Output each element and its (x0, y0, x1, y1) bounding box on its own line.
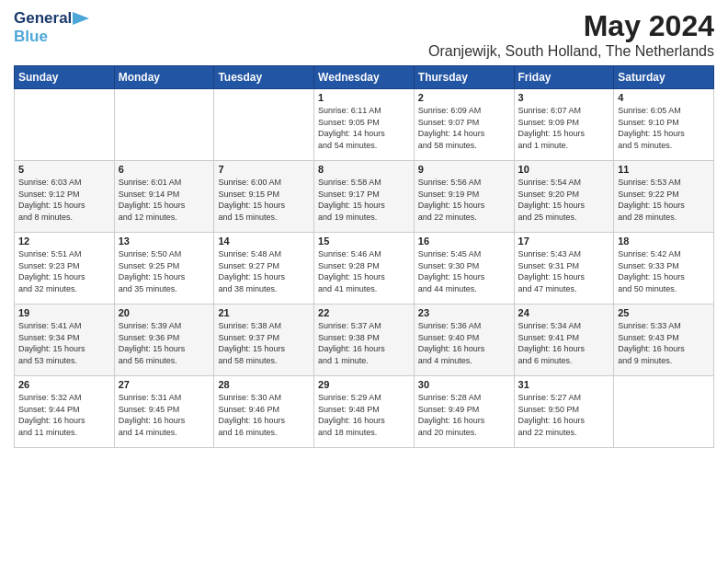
header: General Blue May 2024 Oranjewijk, South … (14, 9, 714, 60)
header-saturday: Saturday (614, 66, 714, 89)
day-info: Sunrise: 6:03 AM Sunset: 9:12 PM Dayligh… (18, 177, 110, 223)
calendar-header-row: Sunday Monday Tuesday Wednesday Thursday… (15, 66, 714, 89)
location-subtitle: Oranjewijk, South Holland, The Netherlan… (428, 43, 714, 60)
day-info: Sunrise: 5:29 AM Sunset: 9:48 PM Dayligh… (318, 392, 410, 438)
calendar-cell: 23Sunrise: 5:36 AM Sunset: 9:40 PM Dayli… (414, 304, 514, 376)
calendar-cell: 19Sunrise: 5:41 AM Sunset: 9:34 PM Dayli… (15, 304, 115, 376)
day-number: 14 (218, 236, 310, 247)
day-info: Sunrise: 5:58 AM Sunset: 9:17 PM Dayligh… (318, 177, 410, 223)
day-number: 17 (518, 236, 610, 247)
calendar-week-row: 19Sunrise: 5:41 AM Sunset: 9:34 PM Dayli… (15, 304, 714, 376)
logo-general-text: General (14, 9, 72, 28)
day-number: 29 (318, 379, 410, 390)
calendar-week-row: 26Sunrise: 5:32 AM Sunset: 9:44 PM Dayli… (15, 376, 714, 448)
day-info: Sunrise: 5:31 AM Sunset: 9:45 PM Dayligh… (119, 392, 210, 438)
calendar-cell: 22Sunrise: 5:37 AM Sunset: 9:38 PM Dayli… (314, 304, 415, 376)
calendar-cell: 25Sunrise: 5:33 AM Sunset: 9:43 PM Dayli… (614, 304, 714, 376)
day-number: 21 (218, 307, 310, 318)
calendar-cell: 28Sunrise: 5:30 AM Sunset: 9:46 PM Dayli… (214, 376, 314, 448)
calendar-cell: 9Sunrise: 5:56 AM Sunset: 9:19 PM Daylig… (414, 161, 514, 233)
header-friday: Friday (514, 66, 614, 89)
day-info: Sunrise: 5:30 AM Sunset: 9:46 PM Dayligh… (218, 392, 310, 438)
header-monday: Monday (114, 66, 214, 89)
page: General Blue May 2024 Oranjewijk, South … (0, 0, 728, 563)
day-info: Sunrise: 5:27 AM Sunset: 9:50 PM Dayligh… (518, 392, 610, 438)
day-info: Sunrise: 5:36 AM Sunset: 9:40 PM Dayligh… (418, 320, 510, 366)
day-number: 20 (119, 307, 210, 318)
day-number: 15 (318, 236, 410, 247)
calendar-cell: 29Sunrise: 5:29 AM Sunset: 9:48 PM Dayli… (314, 376, 415, 448)
logo: General Blue (14, 9, 89, 46)
calendar-cell: 31Sunrise: 5:27 AM Sunset: 9:50 PM Dayli… (514, 376, 614, 448)
calendar-cell (114, 89, 214, 161)
day-info: Sunrise: 5:56 AM Sunset: 9:19 PM Dayligh… (418, 177, 510, 223)
calendar-cell: 13Sunrise: 5:50 AM Sunset: 9:25 PM Dayli… (114, 233, 214, 304)
day-info: Sunrise: 6:01 AM Sunset: 9:14 PM Dayligh… (119, 177, 210, 223)
day-number: 4 (618, 92, 710, 103)
logo-blue-text: Blue (14, 28, 48, 46)
day-number: 26 (18, 379, 110, 390)
calendar-cell: 27Sunrise: 5:31 AM Sunset: 9:45 PM Dayli… (114, 376, 214, 448)
day-info: Sunrise: 6:11 AM Sunset: 9:05 PM Dayligh… (318, 105, 410, 151)
calendar-cell: 6Sunrise: 6:01 AM Sunset: 9:14 PM Daylig… (114, 161, 214, 233)
calendar-cell (214, 89, 314, 161)
calendar-cell (15, 89, 115, 161)
day-info: Sunrise: 5:41 AM Sunset: 9:34 PM Dayligh… (18, 320, 110, 366)
calendar-cell: 30Sunrise: 5:28 AM Sunset: 9:49 PM Dayli… (414, 376, 514, 448)
svg-marker-0 (73, 12, 89, 25)
calendar-cell: 14Sunrise: 5:48 AM Sunset: 9:27 PM Dayli… (214, 233, 314, 304)
calendar-cell: 24Sunrise: 5:34 AM Sunset: 9:41 PM Dayli… (514, 304, 614, 376)
header-tuesday: Tuesday (214, 66, 314, 89)
day-number: 12 (18, 236, 110, 247)
day-number: 18 (618, 236, 710, 247)
day-info: Sunrise: 6:07 AM Sunset: 9:09 PM Dayligh… (518, 105, 610, 151)
day-info: Sunrise: 5:43 AM Sunset: 9:31 PM Dayligh… (518, 248, 610, 294)
header-sunday: Sunday (15, 66, 115, 89)
calendar-cell (614, 376, 714, 448)
day-number: 13 (119, 236, 210, 247)
day-number: 31 (518, 379, 610, 390)
calendar-cell: 18Sunrise: 5:42 AM Sunset: 9:33 PM Dayli… (614, 233, 714, 304)
day-info: Sunrise: 5:45 AM Sunset: 9:30 PM Dayligh… (418, 248, 510, 294)
day-number: 27 (119, 379, 210, 390)
day-info: Sunrise: 6:00 AM Sunset: 9:15 PM Dayligh… (218, 177, 310, 223)
day-number: 16 (418, 236, 510, 247)
calendar-cell: 12Sunrise: 5:51 AM Sunset: 9:23 PM Dayli… (15, 233, 115, 304)
day-number: 30 (418, 379, 510, 390)
header-thursday: Thursday (414, 66, 514, 89)
month-year-title: May 2024 (428, 9, 714, 43)
day-number: 2 (418, 92, 510, 103)
day-number: 24 (518, 307, 610, 318)
day-number: 7 (218, 164, 310, 175)
day-info: Sunrise: 5:50 AM Sunset: 9:25 PM Dayligh… (119, 248, 210, 294)
calendar-cell: 10Sunrise: 5:54 AM Sunset: 9:20 PM Dayli… (514, 161, 614, 233)
day-info: Sunrise: 6:05 AM Sunset: 9:10 PM Dayligh… (618, 105, 710, 151)
day-info: Sunrise: 6:09 AM Sunset: 9:07 PM Dayligh… (418, 105, 510, 151)
day-info: Sunrise: 5:42 AM Sunset: 9:33 PM Dayligh… (618, 248, 710, 294)
calendar-cell: 3Sunrise: 6:07 AM Sunset: 9:09 PM Daylig… (514, 89, 614, 161)
calendar-table: Sunday Monday Tuesday Wednesday Thursday… (14, 65, 714, 448)
day-info: Sunrise: 5:38 AM Sunset: 9:37 PM Dayligh… (218, 320, 310, 366)
day-info: Sunrise: 5:46 AM Sunset: 9:28 PM Dayligh… (318, 248, 410, 294)
day-info: Sunrise: 5:37 AM Sunset: 9:38 PM Dayligh… (318, 320, 410, 366)
calendar-week-row: 12Sunrise: 5:51 AM Sunset: 9:23 PM Dayli… (15, 233, 714, 304)
calendar-cell: 16Sunrise: 5:45 AM Sunset: 9:30 PM Dayli… (414, 233, 514, 304)
calendar-cell: 2Sunrise: 6:09 AM Sunset: 9:07 PM Daylig… (414, 89, 514, 161)
day-number: 5 (18, 164, 110, 175)
calendar-cell: 17Sunrise: 5:43 AM Sunset: 9:31 PM Dayli… (514, 233, 614, 304)
logo-arrow-icon (73, 12, 89, 25)
calendar-cell: 21Sunrise: 5:38 AM Sunset: 9:37 PM Dayli… (214, 304, 314, 376)
day-info: Sunrise: 5:39 AM Sunset: 9:36 PM Dayligh… (119, 320, 210, 366)
calendar-week-row: 1Sunrise: 6:11 AM Sunset: 9:05 PM Daylig… (15, 89, 714, 161)
day-number: 19 (18, 307, 110, 318)
day-info: Sunrise: 5:34 AM Sunset: 9:41 PM Dayligh… (518, 320, 610, 366)
day-number: 6 (119, 164, 210, 175)
day-info: Sunrise: 5:32 AM Sunset: 9:44 PM Dayligh… (18, 392, 110, 438)
day-number: 23 (418, 307, 510, 318)
calendar-cell: 7Sunrise: 6:00 AM Sunset: 9:15 PM Daylig… (214, 161, 314, 233)
calendar-cell: 15Sunrise: 5:46 AM Sunset: 9:28 PM Dayli… (314, 233, 415, 304)
day-number: 10 (518, 164, 610, 175)
day-number: 25 (618, 307, 710, 318)
day-info: Sunrise: 5:51 AM Sunset: 9:23 PM Dayligh… (18, 248, 110, 294)
calendar-cell: 11Sunrise: 5:53 AM Sunset: 9:22 PM Dayli… (614, 161, 714, 233)
